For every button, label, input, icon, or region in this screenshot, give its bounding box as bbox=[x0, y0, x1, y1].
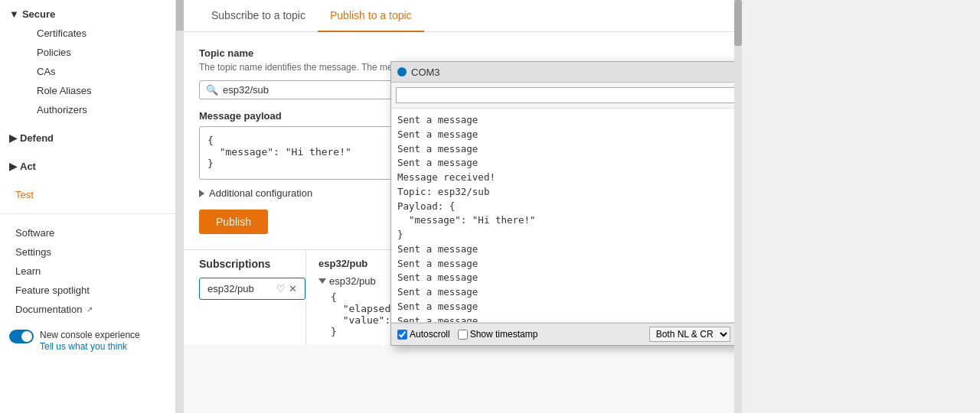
defend-label: Defend bbox=[20, 132, 54, 144]
additional-config-label: Additional configuration bbox=[209, 187, 312, 199]
com3-input-row: Send bbox=[391, 83, 734, 109]
main-scrollbar-thumb bbox=[734, 0, 742, 46]
sidebar-item-software[interactable]: Software bbox=[0, 223, 175, 242]
com3-line: Sent a message bbox=[397, 314, 734, 324]
line-ending-select[interactable]: Both NL & CR bbox=[649, 327, 730, 342]
sidebar-item-role-aliases[interactable]: Role Aliases bbox=[21, 81, 175, 100]
tab-subscribe[interactable]: Subscribe to a topic bbox=[199, 0, 318, 32]
com3-line: Sent a message bbox=[397, 285, 734, 300]
com3-titlebar: COM3 — □ ✕ bbox=[391, 62, 734, 83]
documentation-label: Documentation bbox=[15, 304, 82, 315]
com3-line: Sent a message bbox=[397, 128, 734, 142]
certificates-label: Certificates bbox=[37, 28, 87, 39]
test-label: Test bbox=[15, 189, 34, 200]
cas-label: CAs bbox=[37, 66, 56, 77]
autoscroll-checkbox[interactable] bbox=[397, 330, 407, 340]
show-timestamp-label: Show timestamp bbox=[470, 329, 538, 340]
sub-item-icons: ♡ ✕ bbox=[276, 283, 297, 294]
com3-line: Sent a message bbox=[397, 271, 734, 285]
main-scrollbar[interactable] bbox=[734, 0, 742, 413]
sidebar-item-certificates[interactable]: Certificates bbox=[21, 24, 175, 43]
subscriptions-list: Subscriptions esp32/pub ♡ ✕ bbox=[199, 250, 306, 345]
com3-line: Sent a message bbox=[397, 300, 734, 314]
com3-window: COM3 — □ ✕ Send Sent a bbox=[390, 61, 734, 346]
show-timestamp-checkbox[interactable] bbox=[458, 330, 468, 340]
com3-output[interactable]: Sent a message Sent a message Sent a mes… bbox=[391, 109, 734, 323]
subscription-item-esp32-pub[interactable]: esp32/pub ♡ ✕ bbox=[199, 278, 305, 300]
sub-item-name: esp32/pub bbox=[207, 283, 254, 294]
triangle-down-icon bbox=[318, 278, 326, 284]
sidebar: ▼ Secure Certificates Policies CAs Role … bbox=[0, 0, 176, 413]
tell-us-link[interactable]: Tell us what you think bbox=[40, 341, 127, 352]
sidebar-secure-label: Secure bbox=[22, 8, 55, 20]
new-console-text: New console experience bbox=[40, 330, 140, 340]
com3-footer-right: Both NL & CR 115200 baud Clear output bbox=[649, 327, 735, 342]
software-label: Software bbox=[15, 227, 54, 239]
sub-topic-expand-label: esp32/pub bbox=[329, 275, 376, 287]
com3-footer: Autoscroll Show timestamp Both NL & CR 1… bbox=[391, 323, 734, 345]
com3-line: Topic: esp32/sub bbox=[397, 185, 734, 200]
com3-line: Sent a message bbox=[397, 156, 734, 171]
sidebar-item-policies[interactable]: Policies bbox=[21, 43, 175, 62]
com3-icon bbox=[397, 67, 407, 76]
com3-line: "message": "Hi there!" bbox=[397, 213, 734, 228]
com3-line: Payload: { bbox=[397, 200, 734, 214]
new-console-section: New console experience Tell us what you … bbox=[0, 324, 175, 358]
com3-line: Sent a message bbox=[397, 113, 734, 128]
role-aliases-label: Role Aliases bbox=[37, 85, 92, 96]
sidebar-group-act[interactable]: ▶ Act bbox=[0, 157, 175, 176]
policies-label: Policies bbox=[37, 47, 71, 58]
autoscroll-label: Autoscroll bbox=[410, 329, 450, 340]
sidebar-item-test[interactable]: Test bbox=[0, 185, 175, 204]
sidebar-item-settings[interactable]: Settings bbox=[0, 242, 175, 262]
triangle-right-icon bbox=[199, 190, 204, 197]
external-link-icon: ↗ bbox=[87, 305, 93, 314]
settings-label: Settings bbox=[15, 246, 51, 258]
com3-input[interactable] bbox=[396, 87, 734, 103]
topic-name-label: Topic name bbox=[199, 47, 719, 59]
authorizers-label: Authorizers bbox=[37, 104, 87, 115]
subscriptions-title: Subscriptions bbox=[199, 258, 305, 270]
com3-line: } bbox=[397, 228, 734, 242]
feature-spotlight-label: Feature spotlight bbox=[15, 285, 90, 296]
com3-line: Sent a message bbox=[397, 142, 734, 157]
show-timestamp-check[interactable]: Show timestamp bbox=[458, 329, 538, 340]
topic-input-wrapper: 🔍 bbox=[199, 80, 398, 99]
com3-title-text: COM3 bbox=[411, 67, 440, 78]
main-content: Subscribe to a topic Publish to a topic … bbox=[184, 0, 734, 413]
chevron-down-icon: ▼ bbox=[9, 8, 19, 20]
triangle-right-icon-act: ▶ bbox=[9, 161, 17, 172]
sidebar-item-feature-spotlight[interactable]: Feature spotlight bbox=[0, 281, 175, 300]
com3-title-section: COM3 bbox=[397, 67, 440, 78]
search-icon: 🔍 bbox=[206, 84, 218, 96]
com3-line: Message received! bbox=[397, 171, 734, 185]
triangle-right-icon: ▶ bbox=[9, 132, 17, 144]
autoscroll-check[interactable]: Autoscroll bbox=[397, 329, 450, 340]
publish-button[interactable]: Publish bbox=[199, 210, 268, 234]
tab-publish[interactable]: Publish to a topic bbox=[318, 0, 424, 32]
payload-box[interactable]: { "message": "Hi there!"} bbox=[199, 126, 398, 180]
act-label: Act bbox=[20, 161, 36, 172]
topic-input[interactable] bbox=[223, 84, 391, 96]
learn-label: Learn bbox=[15, 265, 41, 277]
topic-tabs: Subscribe to a topic Publish to a topic bbox=[184, 0, 734, 32]
sidebar-scrollbar[interactable] bbox=[176, 0, 184, 413]
heart-icon[interactable]: ♡ bbox=[276, 283, 286, 294]
sidebar-item-cas[interactable]: CAs bbox=[21, 62, 175, 81]
sidebar-group-secure[interactable]: ▼ Secure bbox=[0, 5, 175, 24]
close-icon[interactable]: ✕ bbox=[289, 283, 297, 294]
sidebar-item-documentation[interactable]: Documentation ↗ bbox=[0, 300, 175, 319]
com3-line: Sent a message bbox=[397, 242, 734, 257]
sidebar-item-authorizers[interactable]: Authorizers bbox=[21, 100, 175, 119]
sidebar-group-defend[interactable]: ▶ Defend bbox=[0, 128, 175, 148]
new-console-toggle[interactable] bbox=[9, 330, 34, 343]
sidebar-item-learn[interactable]: Learn bbox=[0, 262, 175, 281]
com3-line: Sent a message bbox=[397, 257, 734, 272]
